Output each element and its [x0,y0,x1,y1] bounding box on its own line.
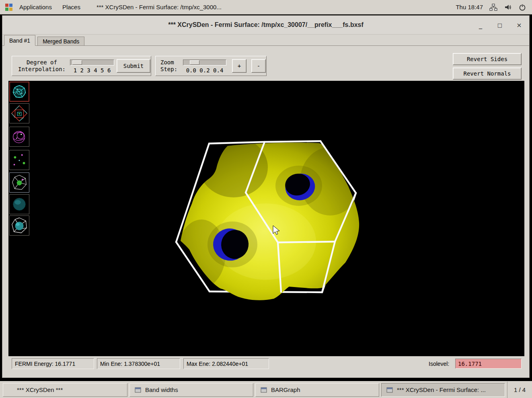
places-menu[interactable]: Places [58,0,84,14]
maximize-button[interactable]: □ [495,22,504,28]
fermi-thumbnail-4[interactable] [9,150,29,170]
window-icon [386,387,393,393]
interpolation-ticks: 1 2 3 4 5 6 [70,67,114,74]
fermi-thumbnail-7[interactable] [9,215,29,236]
tab-merged-bands[interactable]: Merged Bands [37,37,84,45]
zoom-step-slider[interactable] [183,59,226,66]
volume-icon[interactable] [504,3,512,11]
fermi-energy-box: FERMI Energy: 16.1771 [12,358,94,369]
top-panel: Applications Places *** XCrySDen - Fermi… [0,0,532,14]
interpolation-group: Degree of Interpolation: 1 2 3 4 5 6 Sub… [12,56,151,76]
xcrysden-window: *** XCrySDen - Fermi Surface: /tmp/xc_30… [2,15,530,378]
zoom-group: Zoom Step: 0.0 0.2 0.4 + - [155,56,267,76]
revert-sides-button[interactable]: Revert Sides [453,53,522,65]
panel-tray: Thu 18:47 [456,3,526,11]
window-title: *** XCrySDen - Fermi Surface: /tmp/xc_30… [168,21,364,29]
zoom-out-button[interactable]: - [251,59,266,73]
submit-button[interactable]: Submit [117,59,150,73]
workspace-pager[interactable]: 1 / 4 [507,382,532,398]
fermi-thumbnail-6[interactable] [9,194,29,214]
zoom-step-slider-handle[interactable] [190,60,199,65]
power-icon[interactable] [518,3,526,11]
taskbar-button-xcrysden[interactable]: *** XCrySDen *** [3,383,127,397]
taskbar: *** XCrySDen *** Band widths BARGraph **… [0,381,532,398]
desktop: Applications Places *** XCrySDen - Fermi… [0,0,532,398]
close-button[interactable]: × [515,21,524,29]
taskbar-button-label: Band widths [145,386,178,393]
taskbar-button-label: *** XCrySDen *** [17,386,63,393]
isolevel-input[interactable] [455,359,522,369]
fermi-thumbnail-1[interactable] [9,82,29,102]
interpolation-slider-handle[interactable] [72,60,82,65]
fermi-thumbnail-5[interactable] [9,172,29,193]
window-controls: _ □ × [476,16,524,34]
isolevel-label: Isolevel: [429,358,449,369]
applications-menu[interactable]: Applications [15,0,56,14]
panel-task-title[interactable]: *** XCrySDen - Fermi Surface: /tmp/xc_30… [97,4,222,10]
render-canvas[interactable] [8,81,524,356]
min-ene-box: Min Ene: 1.378300e+01 [97,358,180,369]
taskbar-button-bargraph[interactable]: BARGraph [255,383,379,397]
zoom-in-button[interactable]: + [232,59,246,73]
taskbar-button-fermi-surface[interactable]: *** XCrySDen - Fermi Surface: ... [381,383,505,397]
fermi-thumbnail-3[interactable] [9,127,29,147]
revert-normals-button[interactable]: Revert Normals [453,68,522,80]
band-tabstrip: Band #1 Merged Bands [2,35,529,46]
fermi-thumbnail-2[interactable] [9,103,29,123]
interpolation-label: Degree of Interpolation: [15,59,68,73]
fermi-surface-body [177,137,360,300]
tab-band-1[interactable]: Band #1 [4,35,35,46]
applications-menu-icon[interactable] [5,3,13,11]
window-icon [261,387,267,393]
workspace-network-icon[interactable] [489,3,497,11]
titlebar[interactable]: *** XCrySDen - Fermi Surface: /tmp/xc_30… [2,16,529,35]
clock[interactable]: Thu 18:47 [456,4,483,10]
zoom-step-label: Zoom Step: [160,59,181,73]
fermi-surface-plot [8,81,524,356]
interpolation-slider[interactable] [70,59,114,66]
taskbar-button-band-widths[interactable]: Band widths [129,383,253,397]
max-ene-box: Max Ene: 2.082440e+01 [183,358,269,369]
minimize-button[interactable]: _ [476,21,485,29]
taskbar-button-label: *** XCrySDen - Fermi Surface: ... [397,386,486,393]
zoom-step-ticks: 0.0 0.2 0.4 [183,67,226,74]
window-icon [135,387,141,393]
taskbar-button-label: BARGraph [271,386,300,393]
